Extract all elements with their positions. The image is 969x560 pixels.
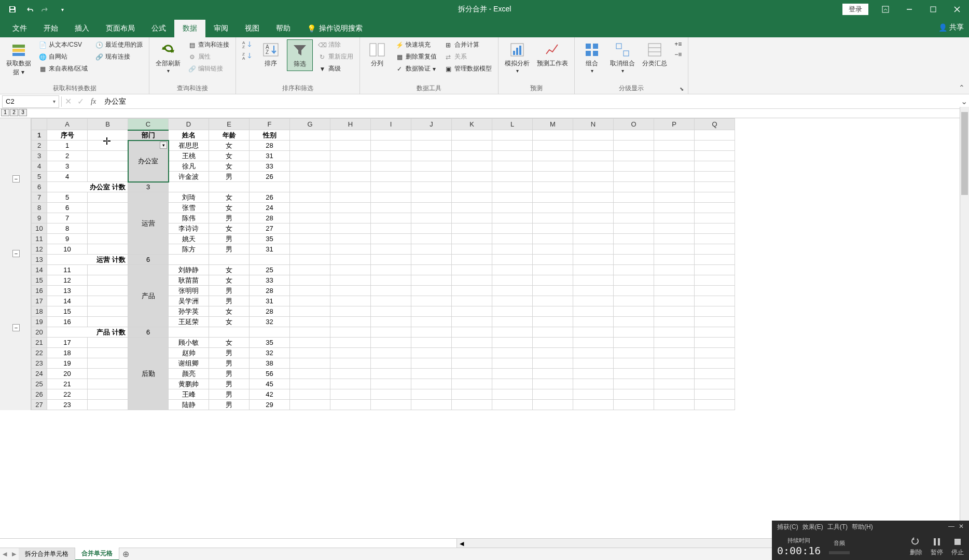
- undo-icon[interactable]: [22, 2, 36, 17]
- cell[interactable]: [695, 203, 735, 213]
- cell[interactable]: [573, 161, 614, 172]
- cell[interactable]: 女: [209, 317, 250, 327]
- cell[interactable]: [614, 141, 654, 151]
- cell[interactable]: [290, 358, 330, 369]
- recorder-minimize-icon[interactable]: —: [948, 523, 954, 531]
- cell[interactable]: 8: [47, 223, 88, 234]
- subtotal-button[interactable]: 分类汇总: [640, 39, 669, 70]
- cell[interactable]: [290, 379, 330, 389]
- cell[interactable]: 35: [250, 234, 290, 244]
- cell[interactable]: [290, 130, 330, 141]
- tab-home[interactable]: 开始: [35, 20, 66, 37]
- cell[interactable]: [452, 234, 492, 244]
- cell[interactable]: [573, 286, 614, 296]
- row-header[interactable]: 12: [32, 244, 47, 255]
- cancel-formula-icon[interactable]: ✕: [62, 95, 74, 108]
- cell[interactable]: [209, 182, 250, 192]
- cell[interactable]: 女: [209, 151, 250, 161]
- cell[interactable]: 26: [250, 192, 290, 203]
- cell[interactable]: 后勤: [128, 338, 169, 410]
- cell[interactable]: [411, 275, 452, 286]
- cell[interactable]: 32: [250, 317, 290, 327]
- cell[interactable]: [654, 265, 695, 275]
- col-header-F[interactable]: F: [250, 119, 290, 130]
- cell[interactable]: [695, 369, 735, 379]
- cell[interactable]: 李诗诗: [169, 223, 209, 234]
- cell[interactable]: [573, 223, 614, 234]
- row-header[interactable]: 25: [32, 379, 47, 389]
- cell[interactable]: [695, 223, 735, 234]
- maximize-icon[interactable]: [921, 0, 945, 19]
- recorder-menu-help[interactable]: 帮助(H): [852, 523, 873, 531]
- cell[interactable]: 女: [209, 223, 250, 234]
- cell[interactable]: [411, 130, 452, 141]
- cell[interactable]: 28: [250, 286, 290, 296]
- cell[interactable]: [654, 244, 695, 255]
- cell[interactable]: [573, 244, 614, 255]
- cell[interactable]: 20: [47, 369, 88, 379]
- cell[interactable]: [169, 327, 209, 338]
- outline-level-3[interactable]: 3: [19, 109, 27, 116]
- name-box[interactable]: C2 ▾: [2, 95, 59, 108]
- cell[interactable]: [330, 275, 371, 286]
- cell[interactable]: [695, 286, 735, 296]
- cell[interactable]: [88, 338, 128, 348]
- cell[interactable]: [614, 172, 654, 182]
- cell[interactable]: [290, 255, 330, 265]
- cell[interactable]: [452, 286, 492, 296]
- row-header[interactable]: 2: [32, 141, 47, 151]
- cell[interactable]: [371, 389, 411, 400]
- cell[interactable]: [614, 244, 654, 255]
- cell[interactable]: [209, 255, 250, 265]
- row-header[interactable]: 6: [32, 182, 47, 192]
- cell[interactable]: [330, 161, 371, 172]
- cell[interactable]: [614, 327, 654, 338]
- edit-links-button[interactable]: 🔗编辑链接: [186, 63, 231, 74]
- cell[interactable]: [411, 306, 452, 317]
- cell[interactable]: [533, 172, 573, 182]
- cell[interactable]: [533, 244, 573, 255]
- cell[interactable]: [452, 327, 492, 338]
- cell[interactable]: [452, 296, 492, 306]
- cell[interactable]: 6: [47, 203, 88, 213]
- cell[interactable]: [492, 306, 533, 317]
- cell[interactable]: [411, 286, 452, 296]
- cell[interactable]: 序号: [47, 130, 88, 141]
- cell[interactable]: [492, 379, 533, 389]
- cell[interactable]: 男: [209, 379, 250, 389]
- cell[interactable]: [411, 327, 452, 338]
- login-button[interactable]: 登录: [842, 4, 868, 15]
- row-header[interactable]: 8: [32, 203, 47, 213]
- cell[interactable]: [533, 223, 573, 234]
- cell[interactable]: [573, 130, 614, 141]
- cell[interactable]: [573, 192, 614, 203]
- cell[interactable]: [614, 203, 654, 213]
- col-header-N[interactable]: N: [573, 119, 614, 130]
- minimize-icon[interactable]: [897, 0, 921, 19]
- cell[interactable]: [411, 141, 452, 151]
- cell[interactable]: [614, 182, 654, 192]
- cell[interactable]: [695, 400, 735, 410]
- properties-button[interactable]: ⚙属性: [186, 51, 231, 62]
- cell[interactable]: 男: [209, 244, 250, 255]
- cell[interactable]: [411, 338, 452, 348]
- cell[interactable]: [88, 244, 128, 255]
- cell[interactable]: 28: [250, 306, 290, 317]
- cell[interactable]: 耿苗苗: [169, 275, 209, 286]
- cell[interactable]: [695, 234, 735, 244]
- cell[interactable]: 5: [47, 192, 88, 203]
- cell[interactable]: 4: [47, 172, 88, 182]
- cell[interactable]: [452, 203, 492, 213]
- consolidate-button[interactable]: ⊞合并计算: [442, 39, 494, 50]
- expand-formula-bar-icon[interactable]: ⌄: [959, 96, 969, 106]
- cell[interactable]: 28: [250, 141, 290, 151]
- cell[interactable]: 28: [250, 213, 290, 223]
- cell[interactable]: [533, 389, 573, 400]
- cell[interactable]: 6: [128, 255, 169, 265]
- row-header[interactable]: 4: [32, 161, 47, 172]
- cell[interactable]: [411, 234, 452, 244]
- cell[interactable]: [452, 317, 492, 327]
- cell[interactable]: 男: [209, 234, 250, 244]
- cell[interactable]: 姚天: [169, 234, 209, 244]
- cell[interactable]: [330, 213, 371, 223]
